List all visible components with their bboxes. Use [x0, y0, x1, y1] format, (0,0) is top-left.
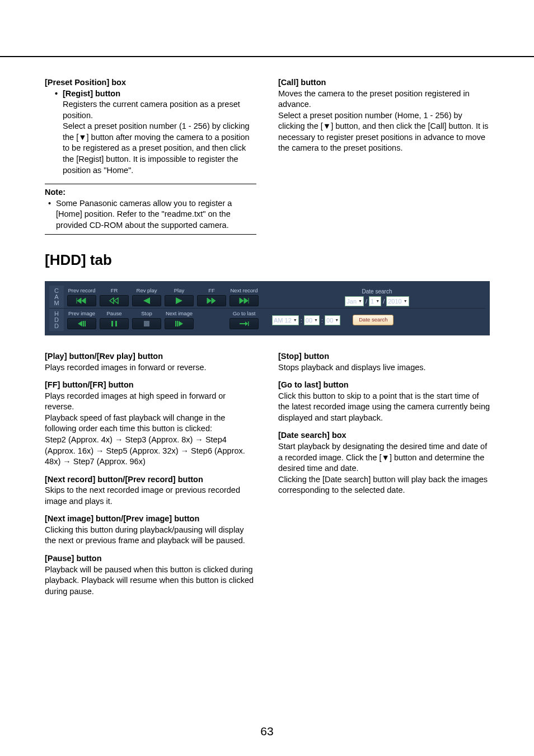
go-to-last-button[interactable]: Go to last [229, 310, 259, 329]
pause-hdr: [Pause] button [45, 553, 256, 564]
ampm-select[interactable]: AM 12▼ [272, 315, 299, 325]
chevron-down-icon: ▼ [358, 298, 362, 304]
right-column-top: [Call] button Moves the camera to the pr… [278, 77, 490, 235]
note-bullet-row: • Some Panasonic cameras allow you to re… [45, 198, 256, 231]
page-content: [Preset Position] box • [Regist] button … [45, 77, 490, 597]
regist-bullet-row: • [Regist] button [45, 88, 256, 100]
year-select[interactable]: 2010▼ [386, 296, 409, 306]
page-number: 63 [0, 724, 534, 739]
slash: / [383, 297, 385, 306]
colon: : [301, 316, 302, 325]
play-button[interactable]: Play [165, 287, 194, 306]
stop-hdr: [Stop] button [278, 351, 490, 362]
ff-button[interactable]: FF [197, 287, 226, 306]
month-select[interactable]: Jan▼ [345, 296, 364, 306]
svg-rect-2 [111, 321, 113, 326]
ff-fr-hdr: [FF] button/[FR] button [45, 380, 256, 391]
pause-button[interactable]: Pause [100, 310, 129, 329]
note-heading: Note: [45, 187, 256, 198]
ff-fr-text1: Plays recorded images at high speed in f… [45, 391, 256, 413]
prev-image-icon [77, 320, 87, 327]
right-column-body: [Stop] button Stops playback and display… [278, 351, 490, 597]
call-para2: Select a preset position number (Home, 1… [278, 110, 490, 154]
call-button-heading: [Call] button [278, 77, 490, 88]
next-prev-record-hdr: [Next record] button/[Prev record] butto… [45, 474, 256, 486]
preset-position-heading: [Preset Position] box [45, 77, 256, 88]
pause-text: Playback will be paused when this button… [45, 564, 256, 598]
date-search-top: Date search Jan▼ / 1▼ / 2010▼ [262, 288, 482, 307]
side-hdd-label: HDD [49, 309, 64, 331]
next-prev-image-text: Clicking this button during playback/pau… [45, 525, 256, 547]
panel-body: Prev record FR Rev play Play FF [64, 286, 485, 331]
stop-button[interactable]: Stop [132, 310, 161, 329]
regist-para1: Registers the current camera position as… [45, 99, 256, 121]
bullet: • [55, 88, 63, 100]
go-to-last-icon [238, 320, 250, 327]
time-search-row: AM 12▼ : 00▼ : 00▼ Date search [262, 314, 482, 325]
next-prev-record-text: Skips to the next recorded image or prev… [45, 485, 256, 507]
prev-record-icon [76, 297, 88, 304]
rev-play-icon [142, 297, 151, 304]
prev-record-button[interactable]: Prev record [67, 287, 96, 306]
chevron-down-icon: ▼ [335, 318, 339, 323]
svg-rect-7 [248, 321, 249, 326]
side-labels: CAM HDD [49, 286, 64, 331]
chevron-down-icon: ▼ [376, 298, 380, 304]
upper-columns: [Preset Position] box • [Regist] button … [45, 77, 490, 235]
slash: / [366, 297, 367, 306]
header-rule [0, 56, 534, 57]
chevron-down-icon: ▼ [293, 318, 297, 323]
stop-text: Stops playback and displays live images. [278, 362, 490, 374]
fr-button[interactable]: FR [100, 287, 129, 306]
note-text: Some Panasonic cameras allow you to regi… [56, 198, 256, 231]
svg-rect-4 [144, 321, 149, 326]
go-to-last-text: Click this button to skip to a point tha… [278, 391, 490, 424]
date-search-button[interactable]: Date search [353, 315, 394, 325]
next-prev-image-hdr: [Next image] button/[Prev image] button [45, 514, 256, 525]
ff-fr-text2: Playback speed of fast playback will cha… [45, 413, 256, 435]
chevron-down-icon: ▼ [314, 318, 318, 323]
fr-icon [108, 297, 120, 304]
next-image-icon [174, 320, 184, 327]
svg-rect-0 [83, 321, 84, 326]
sec-select[interactable]: 00▼ [325, 315, 340, 325]
prev-image-button[interactable]: Prev image [67, 310, 96, 329]
go-to-last-hdr: [Go to last] button [278, 380, 490, 391]
ff-icon [205, 297, 218, 304]
day-select[interactable]: 1▼ [369, 296, 381, 306]
hdd-row: Prev image Pause Stop Next image Go [64, 309, 485, 331]
date-search-title: Date search [362, 288, 392, 296]
time-selects: AM 12▼ : 00▼ : 00▼ [272, 315, 340, 325]
regist-para2: Select a preset position number (1 - 256… [45, 121, 256, 176]
date-search-hdr: [Date search] box [278, 430, 490, 441]
left-column-top: [Preset Position] box • [Regist] button … [45, 77, 256, 235]
min-select[interactable]: 00▼ [304, 315, 320, 325]
pause-icon [111, 320, 118, 327]
next-image-button[interactable]: Next image [165, 310, 194, 329]
gap [45, 335, 490, 351]
rev-play-button[interactable]: Rev play [132, 287, 161, 306]
side-cam-label: CAM [49, 286, 64, 309]
date-search-text2: Clicking the [Date search] button will p… [278, 474, 490, 496]
date-search-text1: Start playback by designating the desire… [278, 441, 490, 474]
stop-icon [143, 320, 150, 327]
play-revplay-hdr: [Play] button/[Rev play] button [45, 351, 256, 362]
hdd-tab-heading: [HDD] tab [45, 250, 490, 270]
play-icon [175, 297, 184, 304]
regist-button-heading: [Regist] button [63, 88, 120, 100]
svg-rect-5 [175, 321, 176, 326]
note-bullet: • [48, 198, 56, 231]
svg-rect-3 [115, 321, 117, 326]
note-box: Note: • Some Panasonic cameras allow you… [45, 184, 256, 235]
date-selects: Jan▼ / 1▼ / 2010▼ [345, 296, 409, 306]
left-column-body: [Play] button/[Rev play] button Plays re… [45, 351, 256, 597]
chevron-down-icon: ▼ [404, 298, 407, 304]
call-para1: Moves the camera to the preset position … [278, 88, 490, 110]
colon: : [321, 316, 323, 325]
next-record-icon [238, 297, 250, 304]
cam-row: Prev record FR Rev play Play FF [64, 286, 485, 309]
play-revplay-text: Plays recorded images in forward or reve… [45, 362, 256, 374]
lower-columns: [Play] button/[Rev play] button Plays re… [45, 351, 490, 597]
next-record-button[interactable]: Next record [229, 287, 259, 306]
svg-rect-6 [177, 321, 178, 326]
